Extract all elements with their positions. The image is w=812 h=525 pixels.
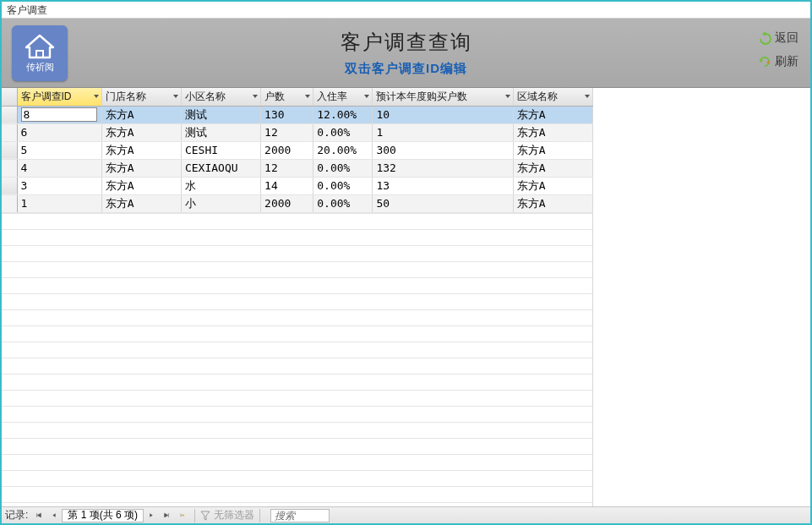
cell-community[interactable]: CEXIAOQU: [181, 159, 260, 177]
row-selector[interactable]: [2, 159, 17, 177]
cell-households[interactable]: 130: [261, 106, 313, 123]
table-row[interactable]: 6东方A测试120.00%1东方A: [2, 123, 593, 141]
cell-community[interactable]: 水: [181, 177, 260, 194]
cell-occupancy[interactable]: 0.00%: [313, 159, 373, 177]
select-all-corner[interactable]: [2, 88, 17, 106]
cell-region[interactable]: 东方A: [513, 159, 592, 177]
cell-region[interactable]: 东方A: [513, 141, 592, 159]
dropdown-icon: [305, 95, 310, 98]
window-title-text: 客户调查: [7, 4, 47, 16]
cell-community[interactable]: 测试: [181, 106, 260, 123]
refresh-icon: [758, 55, 771, 68]
col-buyers[interactable]: 预计本年度购买户数: [373, 88, 513, 106]
cell-community[interactable]: CESHI: [181, 141, 260, 159]
cell-store[interactable]: 东方A: [101, 177, 181, 194]
nav-new-button[interactable]: [174, 509, 189, 522]
cell-region[interactable]: 东方A: [513, 106, 592, 123]
row-selector[interactable]: [2, 177, 17, 194]
dropdown-icon: [253, 95, 258, 98]
nav-next-button[interactable]: [144, 509, 159, 522]
cell-id[interactable]: 1: [17, 194, 101, 212]
data-grid[interactable]: 客户调查ID 门店名称 小区名称 户数 入住率 预计本年度购买户数 区域名称 东…: [2, 88, 810, 506]
col-households[interactable]: 户数: [261, 88, 313, 106]
cell-occupancy[interactable]: 20.00%: [313, 141, 373, 159]
back-button[interactable]: 返回: [758, 30, 798, 46]
row-selector[interactable]: [2, 194, 17, 212]
col-occupancy[interactable]: 入住率: [313, 88, 373, 106]
cell-occupancy[interactable]: 12.00%: [313, 106, 373, 123]
cell-store[interactable]: 东方A: [101, 106, 181, 123]
cell-id[interactable]: 6: [17, 123, 101, 141]
row-selector[interactable]: [2, 141, 17, 159]
cell-buyers[interactable]: 300: [373, 141, 513, 159]
cell-households[interactable]: 12: [261, 123, 313, 141]
cell-region[interactable]: 东方A: [513, 194, 592, 212]
back-arrow-icon: [758, 31, 771, 45]
separator: [194, 509, 195, 522]
table-row[interactable]: 3东方A水140.00%13东方A: [2, 177, 593, 194]
cell-occupancy[interactable]: 0.00%: [313, 123, 373, 141]
app-window: 客户调查 传祈阅 客户调查查询 双击客户调查ID编辑 返回: [0, 0, 812, 525]
header-row: 客户调查ID 门店名称 小区名称 户数 入住率 预计本年度购买户数 区域名称: [2, 88, 593, 106]
table-row[interactable]: 1东方A小20000.00%50东方A: [2, 194, 593, 212]
filter-icon: [200, 511, 210, 521]
page-subtitle: 双击客户调查ID编辑: [2, 61, 810, 77]
cell-id[interactable]: 4: [17, 159, 101, 177]
cell-id[interactable]: 5: [17, 141, 101, 159]
cell-buyers[interactable]: 10: [373, 106, 513, 123]
col-community[interactable]: 小区名称: [181, 88, 260, 106]
search-input[interactable]: [270, 509, 330, 522]
dropdown-icon: [585, 95, 590, 98]
record-label: 记录:: [5, 508, 28, 522]
row-selector[interactable]: [2, 106, 17, 123]
cell-households[interactable]: 12: [261, 159, 313, 177]
cell-buyers[interactable]: 132: [373, 159, 513, 177]
dropdown-icon: [173, 95, 178, 98]
cell-households[interactable]: 14: [261, 177, 313, 194]
cell-store[interactable]: 东方A: [101, 123, 181, 141]
cell-region[interactable]: 东方A: [513, 123, 592, 141]
empty-rows: [2, 213, 593, 507]
refresh-button[interactable]: 刷新: [758, 54, 798, 69]
cell-id[interactable]: [17, 106, 101, 123]
cell-community[interactable]: 测试: [181, 123, 260, 141]
col-region[interactable]: 区域名称: [513, 88, 592, 106]
nav-first-button[interactable]: [31, 509, 46, 522]
table-row[interactable]: 东方A测试13012.00%10东方A: [2, 106, 593, 123]
cell-households[interactable]: 2000: [261, 194, 313, 212]
cell-store[interactable]: 东方A: [101, 194, 181, 212]
record-navigator: 记录: 第 1 项(共 6 项) 无筛选器: [2, 506, 810, 523]
cell-occupancy[interactable]: 0.00%: [313, 177, 373, 194]
cell-region[interactable]: 东方A: [513, 177, 592, 194]
dropdown-icon: [364, 95, 369, 98]
table-row[interactable]: 4东方ACEXIAOQU120.00%132东方A: [2, 159, 593, 177]
header: 传祈阅 客户调查查询 双击客户调查ID编辑 返回 刷新: [2, 19, 810, 88]
nav-prev-button[interactable]: [46, 509, 62, 522]
no-filter-label: 无筛选器: [214, 508, 254, 522]
cell-households[interactable]: 2000: [261, 141, 313, 159]
record-position[interactable]: 第 1 项(共 6 项): [62, 509, 144, 522]
cell-buyers[interactable]: 1: [373, 123, 513, 141]
row-selector[interactable]: [2, 123, 17, 141]
dropdown-icon: [505, 95, 510, 98]
header-actions: 返回 刷新: [758, 30, 798, 69]
separator: [259, 509, 260, 522]
back-label: 返回: [775, 30, 798, 46]
cell-occupancy[interactable]: 0.00%: [313, 194, 373, 212]
cell-store[interactable]: 东方A: [101, 141, 181, 159]
cell-buyers[interactable]: 13: [373, 177, 513, 194]
dropdown-icon: [94, 95, 99, 98]
cell-store[interactable]: 东方A: [101, 159, 181, 177]
cell-editor[interactable]: [21, 107, 97, 122]
col-survey-id[interactable]: 客户调查ID: [17, 88, 101, 106]
nav-last-button[interactable]: [159, 509, 174, 522]
table-row[interactable]: 5东方ACESHI200020.00%300东方A: [2, 141, 593, 159]
window-title: 客户调查: [2, 2, 810, 19]
page-title: 客户调查查询: [2, 29, 810, 56]
col-store[interactable]: 门店名称: [101, 88, 181, 106]
no-filter-button[interactable]: 无筛选器: [200, 508, 254, 522]
table: 客户调查ID 门店名称 小区名称 户数 入住率 预计本年度购买户数 区域名称 东…: [2, 88, 593, 213]
cell-buyers[interactable]: 50: [373, 194, 513, 212]
cell-community[interactable]: 小: [181, 194, 260, 212]
cell-id[interactable]: 3: [17, 177, 101, 194]
